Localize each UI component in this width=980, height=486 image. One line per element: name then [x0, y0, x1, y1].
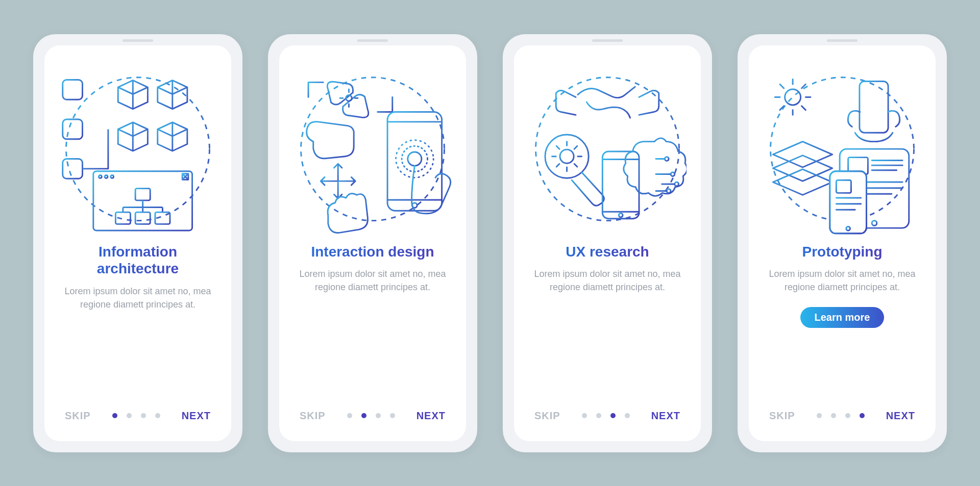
onboarding-phone-4: Prototyping Lorem ipsum dolor sit amet n…: [738, 34, 947, 452]
dot-3[interactable]: [141, 413, 146, 418]
skip-button[interactable]: SKIP: [769, 410, 795, 422]
onboarding-phone-1: Information architecture Lorem ipsum dol…: [33, 34, 242, 452]
slide-title: Interaction design: [311, 243, 434, 261]
svg-rect-15: [387, 112, 442, 211]
page-dots: [582, 413, 630, 418]
page-dots: [817, 413, 865, 418]
onboarding-screen-2: Interaction design Lorem ipsum dolor sit…: [279, 45, 466, 441]
svg-point-7: [111, 175, 114, 178]
svg-point-5: [99, 175, 102, 178]
dot-3[interactable]: [376, 413, 381, 418]
slide-desc: Lorem ipsum dolor sit amet no, mea regio…: [61, 285, 214, 311]
next-button[interactable]: NEXT: [886, 410, 915, 422]
dot-4[interactable]: [860, 413, 865, 418]
learn-more-button[interactable]: Learn more: [800, 307, 885, 328]
dot-4[interactable]: [390, 413, 395, 418]
prototyping-icon: [763, 65, 921, 238]
slide-desc: Lorem ipsum dolor sit amet no, mea regio…: [531, 267, 684, 294]
ux-research-icon: [528, 65, 687, 238]
onboarding-footer: SKIP NEXT: [279, 410, 466, 422]
onboarding-footer: SKIP NEXT: [749, 410, 936, 422]
svg-rect-31: [860, 81, 888, 133]
dot-4[interactable]: [625, 413, 630, 418]
svg-point-24: [619, 213, 623, 217]
next-button[interactable]: NEXT: [182, 410, 211, 422]
skip-button[interactable]: SKIP: [65, 410, 91, 422]
svg-rect-1: [63, 80, 83, 99]
onboarding-screen-3: UX research Lorem ipsum dolor sit amet n…: [514, 45, 701, 441]
interaction-icon: [293, 65, 452, 238]
slide-title: Information architecture: [59, 243, 217, 277]
svg-point-22: [560, 149, 574, 163]
dot-1[interactable]: [347, 413, 352, 418]
dot-2[interactable]: [831, 413, 836, 418]
svg-rect-2: [63, 119, 83, 139]
svg-point-30: [785, 89, 801, 105]
slide-desc: Lorem ipsum dolor sit amet no, mea regio…: [296, 267, 449, 294]
onboarding-screen-4: Prototyping Lorem ipsum dolor sit amet n…: [749, 45, 936, 441]
slide-desc: Lorem ipsum dolor sit amet no, mea regio…: [766, 267, 919, 294]
page-dots: [347, 413, 395, 418]
svg-rect-23: [602, 151, 639, 219]
skip-button[interactable]: SKIP: [534, 410, 560, 422]
info-arch-icon: [59, 65, 217, 238]
onboarding-phone-2: Interaction design Lorem ipsum dolor sit…: [268, 34, 477, 452]
svg-point-17: [408, 151, 422, 165]
page-dots: [112, 413, 160, 418]
dot-2[interactable]: [361, 413, 366, 418]
dot-2[interactable]: [127, 413, 132, 418]
slide-title: Prototyping: [802, 243, 882, 261]
skip-button[interactable]: SKIP: [300, 410, 326, 422]
onboarding-footer: SKIP NEXT: [514, 410, 701, 422]
svg-point-6: [105, 175, 108, 178]
dot-3[interactable]: [845, 413, 850, 418]
dot-3[interactable]: [610, 413, 616, 418]
onboarding-footer: SKIP NEXT: [44, 410, 231, 422]
next-button[interactable]: NEXT: [651, 410, 680, 422]
dot-1[interactable]: [582, 413, 587, 418]
dot-1[interactable]: [817, 413, 822, 418]
dot-4[interactable]: [155, 413, 160, 418]
onboarding-phone-3: UX research Lorem ipsum dolor sit amet n…: [503, 34, 712, 452]
svg-point-20: [536, 77, 679, 220]
slide-title: UX research: [566, 243, 649, 261]
svg-rect-3: [63, 159, 83, 178]
next-button[interactable]: NEXT: [416, 410, 446, 422]
dot-1[interactable]: [112, 413, 117, 418]
onboarding-screen-1: Information architecture Lorem ipsum dol…: [44, 45, 231, 441]
svg-rect-11: [135, 212, 150, 224]
svg-point-33: [872, 220, 877, 225]
dot-2[interactable]: [596, 413, 601, 418]
svg-rect-9: [135, 188, 150, 200]
